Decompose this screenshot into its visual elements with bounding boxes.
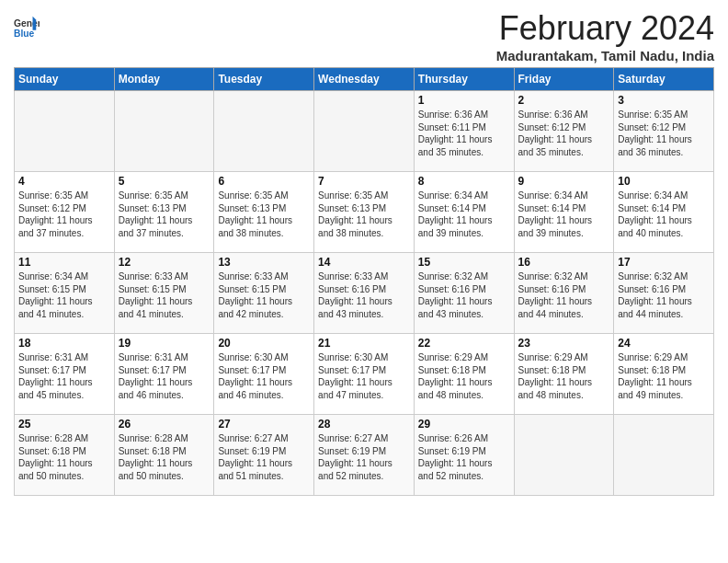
day-cell: 2Sunrise: 6:36 AMSunset: 6:12 PMDaylight… xyxy=(514,91,614,172)
day-cell xyxy=(314,91,415,172)
column-header-sunday: Sunday xyxy=(15,68,115,91)
day-cell: 5Sunrise: 6:35 AMSunset: 6:13 PMDaylight… xyxy=(114,172,214,253)
day-cell xyxy=(214,91,314,172)
column-header-saturday: Saturday xyxy=(614,68,714,91)
day-cell: 29Sunrise: 6:26 AMSunset: 6:19 PMDayligh… xyxy=(414,415,514,496)
day-cell xyxy=(114,91,214,172)
logo-icon: General Blue xyxy=(14,15,40,40)
day-number: 12 xyxy=(119,256,210,269)
day-info: Sunrise: 6:35 AMSunset: 6:13 PMDaylight:… xyxy=(318,190,410,239)
day-info: Sunrise: 6:27 AMSunset: 6:19 PMDaylight:… xyxy=(218,432,310,482)
header-row: SundayMondayTuesdayWednesdayThursdayFrid… xyxy=(15,68,714,91)
day-cell: 9Sunrise: 6:34 AMSunset: 6:14 PMDaylight… xyxy=(514,172,614,253)
svg-text:Blue: Blue xyxy=(14,29,35,39)
day-info: Sunrise: 6:35 AMSunset: 6:13 PMDaylight:… xyxy=(218,190,310,239)
day-info: Sunrise: 6:34 AMSunset: 6:14 PMDaylight:… xyxy=(418,190,510,239)
day-cell: 17Sunrise: 6:32 AMSunset: 6:16 PMDayligh… xyxy=(614,253,714,334)
day-info: Sunrise: 6:33 AMSunset: 6:15 PMDaylight:… xyxy=(218,270,310,320)
week-row-5: 25Sunrise: 6:28 AMSunset: 6:18 PMDayligh… xyxy=(15,415,714,496)
day-info: Sunrise: 6:33 AMSunset: 6:16 PMDaylight:… xyxy=(318,270,410,320)
day-info: Sunrise: 6:27 AMSunset: 6:19 PMDaylight:… xyxy=(318,432,410,482)
week-row-1: 1Sunrise: 6:36 AMSunset: 6:11 PMDaylight… xyxy=(15,91,714,172)
day-cell: 24Sunrise: 6:29 AMSunset: 6:18 PMDayligh… xyxy=(614,334,714,415)
day-number: 29 xyxy=(418,418,510,431)
header: General Blue February 2024 Madurantakam,… xyxy=(14,9,714,63)
day-number: 22 xyxy=(418,337,510,350)
day-cell: 13Sunrise: 6:33 AMSunset: 6:15 PMDayligh… xyxy=(214,253,314,334)
day-info: Sunrise: 6:29 AMSunset: 6:18 PMDaylight:… xyxy=(418,351,510,401)
day-info: Sunrise: 6:36 AMSunset: 6:12 PMDaylight:… xyxy=(518,109,610,158)
day-number: 6 xyxy=(218,175,310,188)
day-info: Sunrise: 6:31 AMSunset: 6:17 PMDaylight:… xyxy=(119,351,210,401)
day-number: 19 xyxy=(119,337,210,350)
day-cell: 16Sunrise: 6:32 AMSunset: 6:16 PMDayligh… xyxy=(514,253,614,334)
day-info: Sunrise: 6:36 AMSunset: 6:11 PMDaylight:… xyxy=(418,109,510,158)
day-number: 24 xyxy=(618,337,710,350)
day-cell: 6Sunrise: 6:35 AMSunset: 6:13 PMDaylight… xyxy=(214,172,314,253)
day-number: 15 xyxy=(418,256,510,269)
day-info: Sunrise: 6:35 AMSunset: 6:12 PMDaylight:… xyxy=(18,190,110,239)
calendar-body: 1Sunrise: 6:36 AMSunset: 6:11 PMDaylight… xyxy=(15,91,714,496)
week-row-2: 4Sunrise: 6:35 AMSunset: 6:12 PMDaylight… xyxy=(15,172,714,253)
day-cell xyxy=(514,415,614,496)
day-cell: 10Sunrise: 6:34 AMSunset: 6:14 PMDayligh… xyxy=(614,172,714,253)
day-cell: 11Sunrise: 6:34 AMSunset: 6:15 PMDayligh… xyxy=(15,253,115,334)
day-cell: 8Sunrise: 6:34 AMSunset: 6:14 PMDaylight… xyxy=(414,172,514,253)
day-number: 10 xyxy=(618,175,710,188)
day-cell: 3Sunrise: 6:35 AMSunset: 6:12 PMDaylight… xyxy=(614,91,714,172)
day-number: 21 xyxy=(318,337,410,350)
day-cell: 27Sunrise: 6:27 AMSunset: 6:19 PMDayligh… xyxy=(214,415,314,496)
day-info: Sunrise: 6:26 AMSunset: 6:19 PMDaylight:… xyxy=(418,432,510,482)
day-number: 9 xyxy=(518,175,610,188)
day-info: Sunrise: 6:32 AMSunset: 6:16 PMDaylight:… xyxy=(618,270,710,320)
week-row-4: 18Sunrise: 6:31 AMSunset: 6:17 PMDayligh… xyxy=(15,334,714,415)
month-title: February 2024 xyxy=(496,9,714,48)
day-info: Sunrise: 6:29 AMSunset: 6:18 PMDaylight:… xyxy=(518,351,610,401)
day-number: 17 xyxy=(618,256,710,269)
title-area: February 2024 Madurantakam, Tamil Nadu, … xyxy=(496,9,714,63)
day-number: 20 xyxy=(218,337,310,350)
day-cell: 15Sunrise: 6:32 AMSunset: 6:16 PMDayligh… xyxy=(414,253,514,334)
day-number: 4 xyxy=(18,175,110,188)
day-cell: 18Sunrise: 6:31 AMSunset: 6:17 PMDayligh… xyxy=(15,334,115,415)
day-number: 3 xyxy=(618,94,710,107)
logo: General Blue xyxy=(14,15,40,40)
location: Madurantakam, Tamil Nadu, India xyxy=(496,48,714,63)
day-cell xyxy=(15,91,115,172)
day-info: Sunrise: 6:32 AMSunset: 6:16 PMDaylight:… xyxy=(518,270,610,320)
day-number: 18 xyxy=(18,337,110,350)
day-number: 28 xyxy=(318,418,410,431)
day-cell: 23Sunrise: 6:29 AMSunset: 6:18 PMDayligh… xyxy=(514,334,614,415)
day-number: 25 xyxy=(18,418,110,431)
day-number: 14 xyxy=(318,256,410,269)
day-number: 2 xyxy=(518,94,610,107)
day-cell xyxy=(614,415,714,496)
week-row-3: 11Sunrise: 6:34 AMSunset: 6:15 PMDayligh… xyxy=(15,253,714,334)
day-number: 27 xyxy=(218,418,310,431)
day-info: Sunrise: 6:34 AMSunset: 6:14 PMDaylight:… xyxy=(618,190,710,239)
day-info: Sunrise: 6:30 AMSunset: 6:17 PMDaylight:… xyxy=(318,351,410,401)
day-info: Sunrise: 6:31 AMSunset: 6:17 PMDaylight:… xyxy=(18,351,110,401)
day-cell: 14Sunrise: 6:33 AMSunset: 6:16 PMDayligh… xyxy=(314,253,415,334)
day-number: 16 xyxy=(518,256,610,269)
calendar-table: SundayMondayTuesdayWednesdayThursdayFrid… xyxy=(14,67,714,496)
day-info: Sunrise: 6:30 AMSunset: 6:17 PMDaylight:… xyxy=(218,351,310,401)
column-header-friday: Friday xyxy=(514,68,614,91)
day-info: Sunrise: 6:34 AMSunset: 6:14 PMDaylight:… xyxy=(518,190,610,239)
day-info: Sunrise: 6:35 AMSunset: 6:13 PMDaylight:… xyxy=(119,190,210,239)
calendar-header: SundayMondayTuesdayWednesdayThursdayFrid… xyxy=(15,68,714,91)
day-info: Sunrise: 6:28 AMSunset: 6:18 PMDaylight:… xyxy=(119,432,210,482)
day-number: 11 xyxy=(18,256,110,269)
column-header-tuesday: Tuesday xyxy=(214,68,314,91)
day-cell: 4Sunrise: 6:35 AMSunset: 6:12 PMDaylight… xyxy=(15,172,115,253)
day-number: 1 xyxy=(418,94,510,107)
day-info: Sunrise: 6:29 AMSunset: 6:18 PMDaylight:… xyxy=(618,351,710,401)
day-cell: 22Sunrise: 6:29 AMSunset: 6:18 PMDayligh… xyxy=(414,334,514,415)
day-number: 5 xyxy=(119,175,210,188)
day-cell: 25Sunrise: 6:28 AMSunset: 6:18 PMDayligh… xyxy=(15,415,115,496)
day-cell: 21Sunrise: 6:30 AMSunset: 6:17 PMDayligh… xyxy=(314,334,415,415)
column-header-thursday: Thursday xyxy=(414,68,514,91)
day-info: Sunrise: 6:33 AMSunset: 6:15 PMDaylight:… xyxy=(119,270,210,320)
day-info: Sunrise: 6:28 AMSunset: 6:18 PMDaylight:… xyxy=(18,432,110,482)
day-number: 26 xyxy=(119,418,210,431)
